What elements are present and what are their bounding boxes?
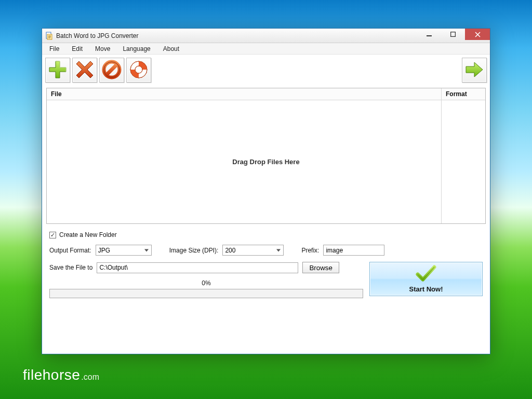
menu-about[interactable]: About xyxy=(158,44,184,54)
output-format-select[interactable]: JPG xyxy=(96,245,152,256)
app-icon xyxy=(45,32,54,40)
prefix-input[interactable] xyxy=(323,245,384,256)
menubar: File Edit Move Language About xyxy=(42,43,490,55)
save-to-label: Save the File to xyxy=(49,264,92,271)
clear-button[interactable] xyxy=(99,58,124,83)
window-title: Batch Word to JPG Converter xyxy=(56,32,139,39)
options-panel: ✓ Create a New Folder Output Format: JPG… xyxy=(46,224,486,298)
image-size-select[interactable]: 200 xyxy=(222,245,284,256)
image-size-label: Image Size (DPI): xyxy=(169,247,219,254)
minimize-button[interactable] xyxy=(417,29,441,40)
app-window: Batch Word to JPG Converter File Edit Mo… xyxy=(42,28,490,354)
progress-bar xyxy=(49,289,363,298)
file-list-body[interactable]: Drag Drop Files Here xyxy=(47,100,485,223)
content-area: File Format Drag Drop Files Here ✓ Creat… xyxy=(42,88,490,354)
remove-button[interactable] xyxy=(72,58,97,83)
create-folder-checkbox[interactable]: ✓ Create a New Folder xyxy=(49,231,117,238)
menu-edit[interactable]: Edit xyxy=(66,44,88,54)
checkmark-icon xyxy=(416,265,436,284)
column-divider xyxy=(441,100,442,223)
file-list-header: File Format xyxy=(47,88,485,100)
help-button[interactable] xyxy=(126,58,151,83)
watermark: filehorse .com xyxy=(23,367,99,383)
forbidden-icon xyxy=(102,60,122,81)
close-button[interactable] xyxy=(465,29,490,40)
plus-icon xyxy=(48,60,68,81)
svg-rect-2 xyxy=(427,35,432,36)
check-icon: ✓ xyxy=(49,232,56,238)
start-button[interactable]: Start Now! xyxy=(369,262,483,296)
add-button[interactable] xyxy=(45,58,70,83)
window-controls xyxy=(417,29,490,40)
column-format[interactable]: Format xyxy=(442,88,485,100)
watermark-tld: .com xyxy=(81,373,99,382)
arrow-right-icon xyxy=(464,60,485,81)
next-button[interactable] xyxy=(462,58,487,83)
x-icon xyxy=(75,60,95,81)
prefix-label: Prefix: xyxy=(301,247,319,254)
menu-language[interactable]: Language xyxy=(117,44,155,54)
start-button-label: Start Now! xyxy=(409,285,443,293)
svg-line-5 xyxy=(107,64,117,75)
menu-file[interactable]: File xyxy=(44,44,64,54)
watermark-brand: filehorse xyxy=(23,367,80,383)
save-path-input[interactable] xyxy=(97,262,298,273)
lifebuoy-icon xyxy=(129,60,149,81)
svg-rect-3 xyxy=(451,32,456,37)
menu-move[interactable]: Move xyxy=(90,44,115,54)
titlebar[interactable]: Batch Word to JPG Converter xyxy=(42,29,490,43)
create-folder-label: Create a New Folder xyxy=(59,231,117,238)
maximize-button[interactable] xyxy=(441,29,465,40)
output-format-label: Output Format: xyxy=(49,247,91,254)
toolbar xyxy=(42,55,490,88)
file-list[interactable]: File Format Drag Drop Files Here xyxy=(46,88,486,224)
column-file[interactable]: File xyxy=(47,88,442,100)
browse-button[interactable]: Browse xyxy=(302,262,339,273)
progress-percent: 0% xyxy=(49,280,363,287)
drag-drop-hint: Drag Drop Files Here xyxy=(232,158,299,166)
